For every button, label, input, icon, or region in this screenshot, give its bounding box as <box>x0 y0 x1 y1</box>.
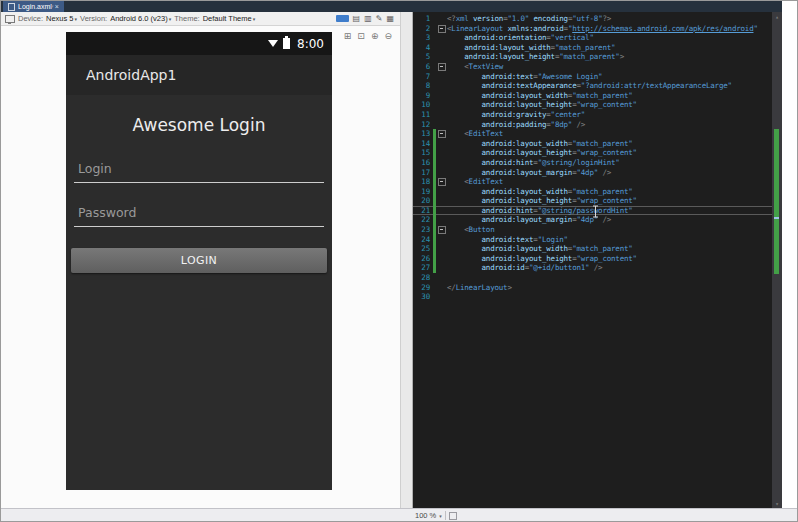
fold-column <box>437 100 447 110</box>
code-line[interactable]: 1<?xml version="1.0" encoding="utf-8"?> <box>413 14 772 24</box>
code-line[interactable]: 27 android:id="@+id/button1" /> <box>413 263 772 273</box>
code-line[interactable]: 18 <EditText <box>413 177 772 187</box>
tab-list-chevron-icon[interactable]: ▾ <box>51 3 54 9</box>
code-line[interactable]: 30 <box>413 292 772 302</box>
code-line[interactable]: 16 android:hint="@string/loginHint" <box>413 158 772 168</box>
phone-preview[interactable]: 8:00 AndroidApp1 Awesome Login Login Pas… <box>66 32 332 490</box>
code-line[interactable]: 2<LinearLayout xmlns:android="http://sch… <box>413 24 772 34</box>
code-text: android:layout_height="match_parent"> <box>447 52 624 62</box>
fold-collapse-icon[interactable] <box>438 130 446 138</box>
device-screen-toggle[interactable] <box>336 15 349 22</box>
code-line[interactable]: 24 android:text="Login" <box>413 235 772 245</box>
pane-splitter[interactable] <box>400 12 413 508</box>
app-title: AndroidApp1 <box>86 67 176 83</box>
change-marker <box>433 244 436 254</box>
device-label: Device: <box>18 14 43 23</box>
zoom-out-icon[interactable]: ⊖ <box>384 32 392 41</box>
tab-login-axml[interactable]: Login.axml × <box>3 1 64 12</box>
line-number: 14 <box>413 139 433 149</box>
split-view-icon[interactable]: ▥ <box>364 15 372 23</box>
scroll-down-icon[interactable]: ▾ <box>772 499 782 508</box>
textview-awesome-login[interactable]: Awesome Login <box>66 107 332 143</box>
line-number: 9 <box>413 91 433 101</box>
code-text: android:layout_margin="4dp" /> <box>447 168 611 178</box>
code-text: android:padding="8dp" /> <box>447 120 585 130</box>
version-select[interactable]: Android 6.0 (v23) ▾ <box>110 14 171 23</box>
change-marker <box>433 225 436 235</box>
code-line[interactable]: 15 android:layout_height="wrap_content" <box>413 148 772 158</box>
code-line[interactable]: 13 <EditText <box>413 129 772 139</box>
code-line[interactable]: 10 android:layout_height="wrap_content" <box>413 100 772 110</box>
code-line[interactable]: 25 android:layout_width="match_parent" <box>413 244 772 254</box>
tab-close-icon[interactable]: × <box>55 3 59 10</box>
fold-column <box>437 33 447 43</box>
code-line[interactable]: 28 <box>413 273 772 283</box>
editor-zoom-control[interactable]: 100 % ▾ <box>415 511 442 520</box>
designer-zoom-controls: ⊞ ⊡ ⊕ ⊖ <box>344 32 392 41</box>
code-line[interactable]: 29</LinearLayout> <box>413 283 772 293</box>
code-line[interactable]: 23 <Button <box>413 225 772 235</box>
code-line[interactable]: 9 android:layout_width="match_parent" <box>413 91 772 101</box>
code-line[interactable]: 11 android:gravity="center" <box>413 110 772 120</box>
vertical-scrollbar[interactable]: ▴ ▾ <box>772 12 782 508</box>
status-strip: 100 % ▾ <box>1 508 797 522</box>
code-line[interactable]: 26 android:layout_height="wrap_content" <box>413 254 772 264</box>
code-line[interactable]: 12 android:padding="8dp" /> <box>413 120 772 130</box>
code-line[interactable]: 14 android:layout_width="match_parent" <box>413 139 772 149</box>
code-text: </LinearLayout> <box>447 283 512 293</box>
grid-icon[interactable]: ▦ <box>386 15 394 23</box>
code-text: <EditText <box>447 129 503 139</box>
code-text: android:layout_height="wrap_content" <box>447 254 637 264</box>
line-number: 5 <box>413 52 433 62</box>
code-line[interactable]: 5 android:layout_height="match_parent"> <box>413 52 772 62</box>
password-hint-text: Password <box>74 205 324 220</box>
edittext-login[interactable]: Login <box>74 161 324 183</box>
pencil-icon[interactable]: ✎ <box>376 15 383 23</box>
code-text: android:layout_width="match_parent" <box>447 187 633 197</box>
edittext-password[interactable]: Password <box>74 205 324 227</box>
code-line[interactable]: 7 android:text="Awesome Login" <box>413 72 772 82</box>
splitter-grip-icon[interactable] <box>449 512 457 520</box>
change-marker <box>433 254 436 264</box>
code-text: android:layout_height="wrap_content" <box>447 148 637 158</box>
zoom-in-icon[interactable]: ⊕ <box>371 32 379 41</box>
scroll-up-icon[interactable]: ▴ <box>772 12 782 21</box>
change-marker <box>433 206 436 216</box>
code-line[interactable]: 19 android:layout_width="match_parent" <box>413 187 772 197</box>
fold-collapse-icon[interactable] <box>438 226 446 234</box>
line-number: 11 <box>413 110 433 120</box>
change-marker <box>433 273 436 283</box>
device-select[interactable]: Nexus 5 ▾ <box>46 14 77 23</box>
fold-collapse-icon[interactable] <box>438 178 446 186</box>
zoom-fit-icon[interactable]: ⊞ <box>344 32 352 41</box>
status-divider <box>445 511 446 520</box>
fold-collapse-icon[interactable] <box>438 25 446 33</box>
code-line[interactable]: 3 android:orientation="vertical" <box>413 33 772 43</box>
change-marker <box>433 158 436 168</box>
edittext-underline <box>74 182 324 183</box>
theme-value: Default Theme <box>203 14 252 23</box>
code-line[interactable]: 4 android:layout_width="match_parent" <box>413 43 772 53</box>
line-number: 8 <box>413 81 433 91</box>
fold-column <box>437 235 447 245</box>
fold-column <box>437 62 447 72</box>
button-login[interactable]: LOGIN <box>71 248 327 273</box>
line-number: 13 <box>413 129 433 139</box>
code-line[interactable]: 8 android:textAppearance="?android:attr/… <box>413 81 772 91</box>
fold-column <box>437 72 447 82</box>
code-line[interactable]: 17 android:layout_margin="4dp" /> <box>413 168 772 178</box>
fold-collapse-icon[interactable] <box>438 63 446 71</box>
code-line[interactable]: 6 <TextView <box>413 62 772 72</box>
theme-select[interactable]: Default Theme ▾ <box>203 14 256 23</box>
change-marker <box>433 139 436 149</box>
version-value: Android 6.0 (v23) <box>110 14 168 23</box>
file-icon <box>8 3 15 11</box>
code-text: android:layout_width="match_parent" <box>447 43 615 53</box>
change-marker <box>433 81 436 91</box>
designer-view-icon[interactable]: ▤ <box>353 15 361 23</box>
fold-column <box>437 24 447 34</box>
fold-column <box>437 206 447 216</box>
line-number: 12 <box>413 120 433 130</box>
zoom-actual-icon[interactable]: ⊡ <box>357 32 365 41</box>
code-editor[interactable]: 1<?xml version="1.0" encoding="utf-8"?>2… <box>413 12 782 508</box>
